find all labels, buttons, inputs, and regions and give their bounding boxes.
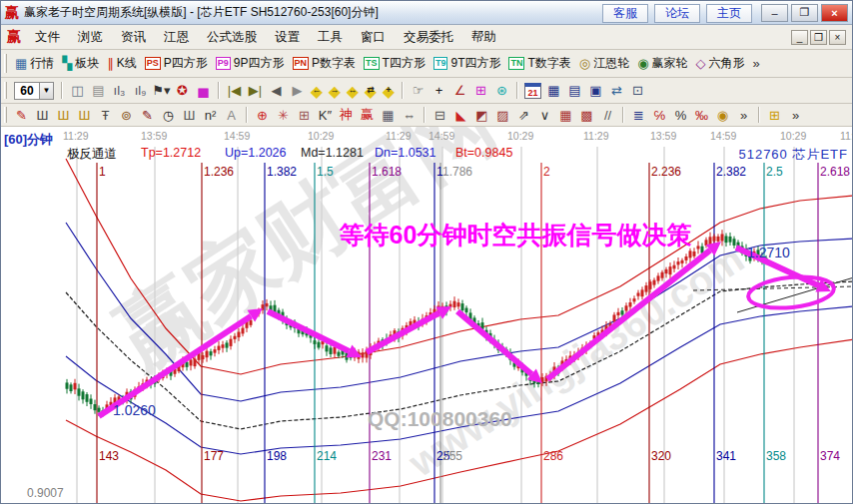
gann-wheel-button[interactable]: ◎江恩轮 <box>575 54 633 73</box>
brain-tool-icon[interactable]: ⊛ <box>491 81 512 101</box>
candle-body <box>362 352 365 357</box>
menu-item-8[interactable]: 窗口 <box>352 27 395 48</box>
ying-tool-button[interactable]: 赢 <box>357 106 378 124</box>
gold-ruler-2-button[interactable]: Ш <box>74 106 95 124</box>
customer-service-button[interactable]: 客服 <box>602 4 648 23</box>
toolbar-overflow-button[interactable]: » <box>749 56 764 71</box>
go-first-icon[interactable]: |◀ <box>224 81 245 101</box>
forum-button[interactable]: 论坛 <box>654 4 700 23</box>
dia-left-button[interactable]: ◆← <box>308 81 326 101</box>
restore-button[interactable]: ❐ <box>791 4 818 22</box>
menu-item-7[interactable]: 工具 <box>309 27 352 48</box>
go-next-icon[interactable]: ▶ <box>287 81 308 101</box>
menu-item-3[interactable]: 资讯 <box>112 27 155 48</box>
percent-ruler-button[interactable]: ℅ <box>649 106 670 124</box>
menu-item-6[interactable]: 设置 <box>266 27 309 48</box>
target-circle-button[interactable]: ⊕ <box>252 106 273 124</box>
sectors-button[interactable]: ▚板块 <box>58 54 103 73</box>
p-number-table-button[interactable]: PNP数字表 <box>289 54 361 73</box>
dia-center-button[interactable]: ◆+ <box>380 81 398 101</box>
transfer-icon[interactable]: ⇄ <box>606 81 627 101</box>
angle-tool-icon[interactable]: ∠ <box>449 81 470 101</box>
menu-item-9[interactable]: 交易委托 <box>395 27 462 48</box>
mdi-restore-button[interactable]: ❐ <box>810 30 827 45</box>
trend-arrows-button[interactable]: ⇗ <box>513 106 534 124</box>
quotes-button[interactable]: ▦行情 <box>11 54 58 73</box>
9p-square-button[interactable]: P99P四方形 <box>212 54 289 73</box>
dia-right-button[interactable]: ◆→ <box>326 81 344 101</box>
go-prev-icon[interactable]: ◀ <box>266 81 287 101</box>
percent-button[interactable]: % <box>670 106 691 124</box>
p-square-button[interactable]: PSP四方形 <box>141 54 212 73</box>
fan-box-button[interactable]: ◩ <box>471 106 492 124</box>
report-doc-icon[interactable]: ▤ <box>88 81 109 101</box>
grid-123-button[interactable]: ▦ <box>378 106 399 124</box>
shen-tool-button[interactable]: 神 <box>336 106 357 124</box>
starburst-button[interactable]: ✳ <box>273 106 294 124</box>
t-number-table-button[interactable]: TNT数字表 <box>504 54 574 73</box>
fan-lines-button[interactable]: ◣ <box>450 106 471 124</box>
pattern-tool-icon[interactable]: ◫ <box>67 81 88 101</box>
mirror-a-button[interactable]: A <box>221 106 242 124</box>
panel-overflow-button[interactable]: » <box>785 106 806 124</box>
pen-tool-button[interactable]: ✎ <box>11 106 32 124</box>
n-squared-button[interactable]: n² <box>200 106 221 124</box>
ruler-tool-button[interactable]: Ш <box>32 106 53 124</box>
time-circle-button[interactable]: ◷ <box>158 106 179 124</box>
hexagon-button[interactable]: ◇六角形 <box>692 54 749 73</box>
mdi-close-button[interactable]: × <box>829 30 846 45</box>
9t-square-button[interactable]: T99T四方形 <box>429 54 505 73</box>
square-tool-icon[interactable]: ⊞ <box>470 81 491 101</box>
box-fan-button[interactable]: ▨ <box>492 106 513 124</box>
winner-wheel-button[interactable]: ◉赢家轮 <box>633 54 691 73</box>
spiral-tool-button[interactable]: ⊚ <box>116 106 137 124</box>
candle-body <box>70 384 73 391</box>
ruler-2-button[interactable]: Ш <box>179 106 200 124</box>
draw-overflow-button[interactable]: » <box>733 106 754 124</box>
crosshair-tool-icon[interactable]: + <box>428 81 449 101</box>
period-select[interactable]: 60▼ <box>14 82 54 100</box>
v-waves-button[interactable]: ∨ <box>534 106 555 124</box>
grid-red-button[interactable]: ▦ <box>555 106 576 124</box>
brush-tool-button[interactable]: ✎ <box>137 106 158 124</box>
go-last-icon[interactable]: ▶| <box>245 81 266 101</box>
computer-icon[interactable]: ⊡ <box>627 81 648 101</box>
menu-item-4[interactable]: 江恩 <box>155 27 198 48</box>
menu-item-1[interactable]: 文件 <box>26 27 69 48</box>
save-icon[interactable]: ▣ <box>585 81 606 101</box>
width-marker-button[interactable]: ⇔ <box>399 106 420 124</box>
box-lines-button[interactable]: ⊟ <box>429 106 450 124</box>
dia-expand-button[interactable]: ◆↔ <box>344 81 362 101</box>
k-marks-button[interactable]: K″ <box>315 106 336 124</box>
cycle-figure-icon[interactable]: ✪ <box>172 81 193 101</box>
f-ruler-button[interactable]: Ŧ <box>95 106 116 124</box>
price-chart[interactable]: 赢家财富网www.yingjia360.com11431.2361771.382… <box>1 127 853 504</box>
calendar-button[interactable]: 21 <box>522 81 543 101</box>
dia-compress-button[interactable]: ◆⇄ <box>362 81 380 101</box>
gold-circle-button[interactable]: ◉ <box>712 106 733 124</box>
parallel-lines-button[interactable]: // <box>597 106 618 124</box>
hand-tool-icon[interactable]: ☞ <box>408 81 428 101</box>
scale-list-button[interactable]: ≣ <box>628 106 649 124</box>
t-square-button[interactable]: TST四方形 <box>360 54 429 73</box>
chart-9-icon[interactable]: ıl₉ <box>130 81 151 101</box>
mdi-minimize-button[interactable]: _ <box>791 30 808 45</box>
volume-chart-icon[interactable]: ▅ <box>193 81 214 101</box>
minimize-button[interactable]: – <box>761 4 788 22</box>
percent-line-button[interactable]: ‰ <box>691 106 712 124</box>
menu-item-5[interactable]: 公式选股 <box>198 27 266 48</box>
gold-ruler-1-button[interactable]: Ш <box>53 106 74 124</box>
flag-marker-icon[interactable]: ⚑▾ <box>151 81 172 101</box>
kline-button[interactable]: ∥K线 <box>103 54 141 73</box>
menu-item-10[interactable]: 帮助 <box>462 27 505 48</box>
cycle-bars-label: 320 <box>651 449 671 463</box>
calculator-icon[interactable]: ▦ <box>543 81 564 101</box>
target-square-button[interactable]: ⊞ <box>294 106 315 124</box>
close-button[interactable]: × <box>821 4 848 22</box>
home-button[interactable]: 主页 <box>706 4 752 23</box>
panel-grid-button[interactable]: ⊞ <box>764 106 785 124</box>
notebook-icon[interactable]: ▤ <box>564 81 585 101</box>
menu-item-2[interactable]: 浏览 <box>69 27 112 48</box>
grid-box-button[interactable]: ▩ <box>576 106 597 124</box>
chart-3-icon[interactable]: ıl₃ <box>109 81 130 101</box>
